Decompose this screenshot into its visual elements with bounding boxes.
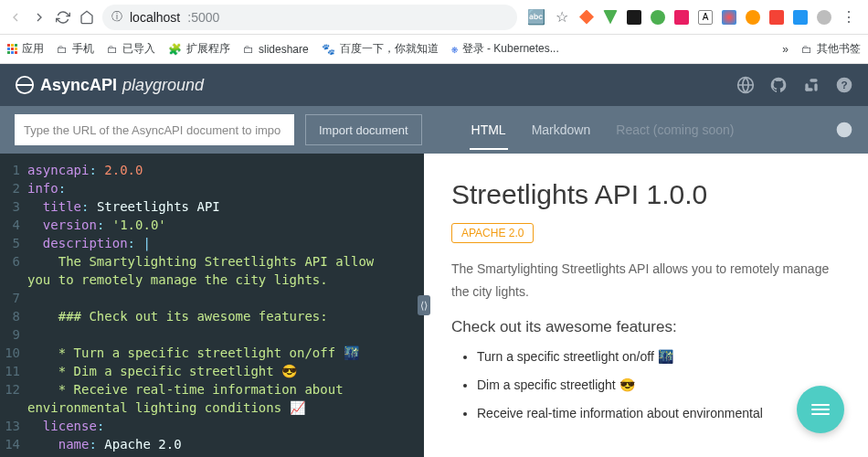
info-icon: ⓘ <box>111 9 122 25</box>
other-bookmarks[interactable]: 🗀其他书签 <box>801 41 861 57</box>
main-split: 1asyncapi: 2.0.02info:3 title: Streetlig… <box>0 154 868 457</box>
fab-menu-button[interactable] <box>797 386 844 433</box>
features-list: Turn a specific streetlight on/off 🌃 Dim… <box>451 347 841 423</box>
ext-icon-8[interactable] <box>746 10 760 25</box>
ext-icon-5[interactable] <box>674 10 689 25</box>
reload-icon[interactable] <box>55 9 71 26</box>
hamburger-icon <box>811 404 830 415</box>
avatar-icon[interactable] <box>817 10 831 25</box>
license-badge: APACHE 2.0 <box>451 223 534 243</box>
ext-icon-10[interactable] <box>793 10 808 25</box>
editor-line[interactable]: 9 <box>0 325 424 344</box>
bookmark-k8s[interactable]: ⎈登录 - Kubernetes... <box>451 41 559 57</box>
preview-title: Streetlights API 1.0.0 <box>451 179 841 210</box>
paw-icon: 🐾 <box>322 43 335 56</box>
editor-line[interactable]: 6 The Smartylighting Streetlights API al… <box>0 252 424 271</box>
brand-light: playground <box>122 76 204 95</box>
brand-bold: AsyncAPI <box>40 76 117 95</box>
home-icon[interactable] <box>79 9 95 26</box>
apps-button[interactable]: 应用 <box>7 41 44 57</box>
ext-icon-7[interactable] <box>722 10 736 25</box>
import-button[interactable]: Import document <box>305 114 422 145</box>
menu-icon[interactable]: ⋮ <box>841 9 857 26</box>
back-icon[interactable] <box>7 9 24 26</box>
translate-icon[interactable]: 🔤 <box>528 9 545 26</box>
folder-icon: 🗀 <box>57 43 68 56</box>
preview-description: The Smartylighting Streetlights API allo… <box>451 258 841 303</box>
url-host: localhost <box>130 10 180 25</box>
editor-line[interactable]: 8 ### Check out its awesome features: <box>0 307 424 325</box>
tab-html[interactable]: HTML <box>470 110 508 150</box>
document-url-input[interactable] <box>15 114 294 145</box>
splitter-handle[interactable]: ⟨⟩ <box>418 295 430 315</box>
tab-react: React (coming soon) <box>614 110 736 150</box>
folder-icon: 🗀 <box>243 43 254 56</box>
folder-icon: 🗀 <box>107 43 118 56</box>
editor-line[interactable]: 11 * Dim a specific streetlight 😎 <box>0 362 424 380</box>
editor-line[interactable]: 10 * Turn a specific streetlight on/off … <box>0 344 424 362</box>
ext-icon-9[interactable] <box>769 10 784 25</box>
extension-icons: 🔤 ☆ A ⋮ <box>524 9 861 26</box>
globe-icon[interactable] <box>736 76 755 94</box>
editor-line[interactable]: 12 * Receive real-time information about <box>0 380 424 399</box>
editor-line[interactable]: 2info: <box>0 179 424 197</box>
features-heading: Check out its awesome features: <box>451 318 841 336</box>
ext-icon-2[interactable] <box>603 10 618 25</box>
folder-icon: 🗀 <box>801 43 812 56</box>
github-icon[interactable] <box>769 76 788 94</box>
bookmark-folder[interactable]: 🗀slideshare <box>243 43 309 56</box>
star-icon[interactable]: ☆ <box>554 9 570 26</box>
ext-icon-1[interactable] <box>579 10 594 25</box>
svg-rect-3 <box>814 83 817 90</box>
editor-line[interactable]: 1asyncapi: 2.0.0 <box>0 161 424 179</box>
editor-line[interactable]: you to remotely manage the city lights. <box>0 271 424 289</box>
svg-text:?: ? <box>841 79 847 90</box>
toolbar: Import document HTML Markdown React (com… <box>0 106 868 154</box>
editor-line[interactable]: 3 title: Streetlights API <box>0 197 424 216</box>
preview-pane: Streetlights API 1.0.0 APACHE 2.0 The Sm… <box>424 154 868 457</box>
list-item: Turn a specific streetlight on/off 🌃 <box>477 347 841 367</box>
list-item: Dim a specific streetlight 😎 <box>477 376 841 395</box>
output-tabs: HTML Markdown React (coming soon) <box>470 110 736 150</box>
logo-icon <box>15 75 35 95</box>
bookmark-folder[interactable]: 🗀手机 <box>57 41 94 57</box>
ext-icon-6[interactable]: A <box>698 10 713 25</box>
bookmark-folder[interactable]: 🗀已导入 <box>107 41 155 57</box>
tab-markdown[interactable]: Markdown <box>530 110 593 150</box>
editor-line[interactable]: 13 license: <box>0 417 424 435</box>
code-editor[interactable]: 1asyncapi: 2.0.02info:3 title: Streetlig… <box>0 154 424 457</box>
k8s-icon: ⎈ <box>451 43 458 56</box>
editor-line[interactable]: 7 <box>0 289 424 307</box>
list-item: Receive real-time information about envi… <box>477 404 841 423</box>
bookmarks-overflow[interactable]: » <box>782 43 789 56</box>
forward-icon[interactable] <box>31 9 48 26</box>
svg-rect-4 <box>805 88 812 90</box>
editor-line[interactable]: 15 url: <box>0 453 424 457</box>
app-logo: AsyncAPI playground <box>15 75 204 95</box>
bookmarks-bar: 应用 🗀手机 🗀已导入 🧩扩展程序 🗀slideshare 🐾百度一下，你就知道… <box>0 35 868 64</box>
editor-line[interactable]: environmental lighting conditions 📈 <box>0 399 424 417</box>
download-icon[interactable] <box>835 121 853 139</box>
bookmark-extensions[interactable]: 🧩扩展程序 <box>168 41 230 57</box>
svg-rect-2 <box>810 79 817 81</box>
puzzle-icon: 🧩 <box>168 43 182 56</box>
editor-line[interactable]: 5 description: | <box>0 234 424 252</box>
ext-icon-4[interactable] <box>651 10 665 25</box>
app-header: AsyncAPI playground ? <box>0 64 868 106</box>
editor-line[interactable]: 4 version: '1.0.0' <box>0 216 424 234</box>
url-bar[interactable]: ⓘ localhost:5000 <box>102 5 517 30</box>
ext-icon-3[interactable] <box>627 10 641 25</box>
bookmark-baidu[interactable]: 🐾百度一下，你就知道 <box>322 41 439 57</box>
help-icon[interactable]: ? <box>835 76 853 94</box>
editor-line[interactable]: 14 name: Apache 2.0 <box>0 435 424 453</box>
slack-icon[interactable] <box>802 76 820 94</box>
browser-nav-bar: ⓘ localhost:5000 🔤 ☆ A ⋮ <box>0 0 868 35</box>
url-port: :5000 <box>187 10 219 25</box>
